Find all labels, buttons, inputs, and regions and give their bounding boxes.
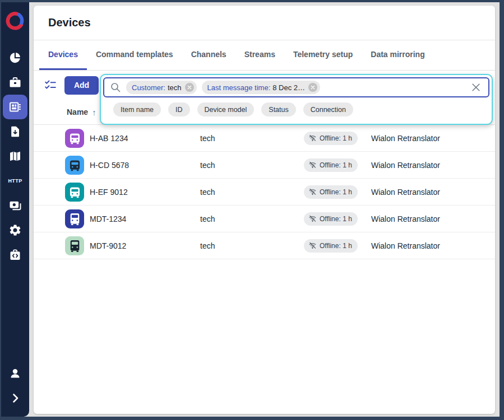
filter-chip-last-message-time[interactable]: Last message time:8 Dec 2… (202, 81, 321, 94)
device-customer: tech (200, 241, 304, 250)
device-row-h-ab-1234[interactable]: H-AB 1234tech Offline: 1 hWialon Retrans… (34, 125, 495, 152)
device-row-mdt-9012[interactable]: MDT-9012tech Offline: 1 hWialon Retransl… (34, 232, 495, 259)
device-customer: tech (200, 214, 304, 223)
remove-filter-icon[interactable] (185, 83, 194, 92)
page-header: Devices (34, 6, 495, 40)
filter-suggestion-connection[interactable]: Connection (303, 102, 353, 116)
wifi-off-icon (308, 214, 317, 223)
device-model: Wialon Retranslator (371, 241, 495, 250)
device-name: H-CD 5678 (90, 161, 200, 170)
filter-chip-customer[interactable]: Customer:tech (126, 81, 197, 94)
main-area: Devices DevicesCommand templatesChannels… (34, 6, 495, 414)
flespi-logo-icon[interactable] (4, 10, 26, 32)
remove-filter-icon[interactable] (308, 83, 317, 92)
sidebar-item-sim-card[interactable] (3, 119, 27, 144)
filter-chip-value: tech (168, 83, 182, 92)
status-badge: Offline: 1 h (304, 239, 358, 253)
filter-suggestion-status[interactable]: Status (261, 102, 295, 116)
sidebar-item-user[interactable] (3, 361, 27, 386)
sort-ascending-icon: ↑ (92, 108, 96, 117)
sidebar-nav-items: HTTP (3, 45, 27, 267)
clear-search-icon[interactable] (470, 82, 482, 93)
sidebar: HTTP (1, 2, 29, 417)
tab-command-templates[interactable]: Command templates (87, 40, 182, 70)
wifi-off-icon (308, 241, 317, 250)
sidebar-item-expand-chevron[interactable] (3, 386, 27, 410)
device-model: Wialon Retranslator (371, 188, 495, 197)
status-badge: Offline: 1 h (304, 185, 358, 199)
sidebar-item-tools[interactable] (3, 242, 27, 267)
wifi-off-icon (308, 161, 317, 169)
search-input[interactable]: Customer:techLast message time:8 Dec 2… (103, 77, 489, 97)
name-column-label: Name (67, 108, 88, 116)
tools-icon (8, 248, 22, 262)
sidebar-item-pie-chart[interactable] (3, 45, 27, 70)
filter-suggestions: Item nameIDDevice modelStatusConnection (101, 97, 492, 124)
filter-chip-key: Last message time: (207, 83, 271, 92)
billing-icon (8, 199, 22, 212)
device-model: Wialon Retranslator (371, 161, 495, 170)
map-icon (8, 150, 22, 163)
wifi-off-icon (308, 188, 317, 196)
status-text: Offline: 1 h (320, 134, 352, 142)
sidebar-item-briefcase[interactable] (3, 70, 27, 95)
add-button[interactable]: Add (64, 76, 99, 95)
device-name: MDT-9012 (90, 241, 200, 250)
content-card: Devices DevicesCommand templatesChannels… (34, 6, 495, 414)
device-model: Wialon Retranslator (371, 214, 495, 223)
sim-card-icon (8, 125, 22, 138)
device-customer: tech (200, 161, 304, 170)
device-table-body: H-AB 1234tech Offline: 1 hWialon Retrans… (34, 125, 495, 259)
device-model: Wialon Retranslator (371, 134, 495, 143)
briefcase-icon (8, 76, 22, 89)
status-text: Offline: 1 h (320, 215, 352, 223)
filter-chip-key: Customer: (132, 83, 165, 92)
device-status-cell: Offline: 1 h (304, 158, 371, 172)
status-badge: Offline: 1 h (304, 158, 358, 172)
car-front-icon (65, 156, 84, 175)
car-front-icon (65, 183, 84, 202)
device-row-h-ef-9012[interactable]: H-EF 9012tech Offline: 1 hWialon Retrans… (34, 179, 495, 206)
device-status-cell: Offline: 1 h (304, 239, 371, 253)
device-customer: tech (200, 188, 304, 197)
sidebar-item-devices[interactable] (3, 95, 27, 119)
tab-streams[interactable]: Streams (235, 40, 284, 70)
device-name: H-AB 1234 (90, 134, 200, 143)
tab-telemetry-setup[interactable]: Telemetry setup (284, 40, 362, 70)
tab-data-mirroring[interactable]: Data mirroring (362, 40, 433, 70)
bus-front-icon (65, 209, 84, 228)
devices-icon (8, 100, 22, 114)
http-label: HTTP (8, 178, 22, 184)
status-text: Offline: 1 h (320, 242, 352, 250)
window-frame: HTTP Devices DevicesCommand templatesCha… (0, 0, 504, 420)
sidebar-item-billing[interactable] (3, 193, 27, 218)
status-text: Offline: 1 h (320, 161, 352, 169)
settings-gear-icon (8, 223, 22, 237)
device-row-h-cd-5678[interactable]: H-CD 5678tech Offline: 1 hWialon Retrans… (34, 152, 495, 179)
device-name: H-EF 9012 (90, 188, 200, 197)
sidebar-item-http[interactable]: HTTP (3, 169, 27, 193)
sidebar-item-map[interactable] (3, 144, 27, 169)
sidebar-item-settings-gear[interactable] (3, 218, 27, 242)
filter-suggestion-device-model[interactable]: Device model (197, 102, 255, 116)
tab-channels[interactable]: Channels (182, 40, 235, 70)
status-badge: Offline: 1 h (304, 212, 358, 226)
tab-bar: DevicesCommand templatesChannelsStreamsT… (34, 40, 495, 71)
filter-suggestion-id[interactable]: ID (168, 102, 190, 116)
page-title: Devices (48, 16, 91, 29)
search-filter-panel: Customer:techLast message time:8 Dec 2… … (100, 74, 493, 125)
device-row-mdt-1234[interactable]: MDT-1234tech Offline: 1 hWialon Retransl… (34, 206, 495, 232)
car-front-icon (65, 129, 84, 148)
user-icon (8, 367, 22, 380)
device-customer: tech (200, 134, 304, 143)
bus-front-icon (65, 236, 84, 255)
device-status-cell: Offline: 1 h (304, 132, 371, 145)
filter-suggestion-item-name[interactable]: Item name (113, 102, 161, 116)
status-text: Offline: 1 h (320, 188, 352, 196)
multi-select-icon[interactable] (44, 78, 57, 92)
expand-chevron-icon (8, 391, 22, 405)
device-status-cell: Offline: 1 h (304, 212, 371, 226)
wifi-off-icon (308, 134, 317, 142)
tab-devices[interactable]: Devices (39, 40, 87, 70)
pie-chart-icon (8, 51, 22, 64)
